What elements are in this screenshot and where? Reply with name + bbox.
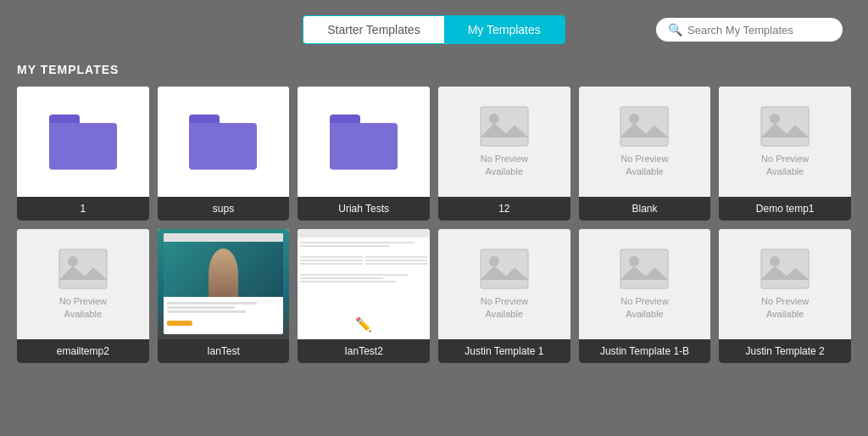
- template-card-justin1b[interactable]: No PreviewAvailable Justin Template 1-B: [579, 229, 711, 363]
- svg-rect-2: [620, 107, 668, 146]
- template-card-emailtemp2[interactable]: No PreviewAvailable emailtemp2: [17, 229, 149, 363]
- search-icon: 🔍: [668, 23, 682, 36]
- template-card-blank[interactable]: No PreviewAvailable Blank: [579, 87, 711, 221]
- template-preview-justin2: No PreviewAvailable: [719, 229, 851, 339]
- template-preview-justin1: No PreviewAvailable: [438, 229, 570, 339]
- pencil-icon: ✏️: [355, 316, 372, 333]
- template-label-justin2: Justin Template 2: [719, 339, 851, 363]
- template-label-uriah: Uriah Tests: [298, 197, 430, 221]
- no-preview-icon-justin1b: [619, 248, 670, 290]
- no-preview-text-justin1: No PreviewAvailable: [481, 295, 528, 321]
- tab-my-templates[interactable]: My Templates: [444, 16, 565, 43]
- svg-rect-8: [481, 249, 528, 288]
- folder-icon-1: [49, 115, 117, 170]
- top-bar: Starter Templates My Templates 🔍: [13, 8, 855, 56]
- folder-icon-sups: [189, 115, 257, 170]
- folder-icon-uriah: [330, 115, 398, 170]
- svg-point-11: [629, 256, 639, 266]
- template-label-iantest2: IanTest2: [298, 339, 430, 363]
- template-preview-12: No PreviewAvailable: [438, 87, 570, 197]
- templates-grid-row1: 1 sups Uriah Tests No PreviewAvaila: [13, 87, 855, 221]
- no-preview-text-justin2: No PreviewAvailable: [761, 295, 809, 321]
- section-title: MY TEMPLATES: [17, 63, 855, 76]
- template-preview-justin1b: No PreviewAvailable: [579, 229, 711, 339]
- template-preview-uriah: [298, 87, 430, 197]
- no-preview-icon-blank: [619, 105, 670, 148]
- template-label-emailtemp2: emailtemp2: [17, 339, 149, 363]
- template-preview-blank: No PreviewAvailable: [579, 87, 711, 197]
- template-preview-1: [17, 87, 149, 197]
- no-preview-text-demotemp1: No PreviewAvailable: [761, 153, 809, 179]
- no-preview-icon-justin2: [760, 248, 810, 290]
- template-card-demotemp1[interactable]: No PreviewAvailable Demo temp1: [719, 87, 851, 221]
- iantest2-preview-image: ✏️: [298, 229, 430, 339]
- tab-group: Starter Templates My Templates: [303, 15, 565, 44]
- template-card-justin2[interactable]: No PreviewAvailable Justin Template 2: [719, 229, 851, 363]
- template-label-12: 12: [438, 197, 570, 221]
- template-label-demotemp1: Demo temp1: [719, 197, 851, 221]
- template-card-justin1[interactable]: No PreviewAvailable Justin Template 1: [438, 229, 570, 363]
- template-card-uriah[interactable]: Uriah Tests: [298, 87, 430, 221]
- search-input[interactable]: [687, 24, 831, 36]
- svg-point-9: [489, 256, 499, 266]
- template-label-iantest: IanTest: [158, 339, 290, 363]
- svg-point-5: [770, 114, 780, 124]
- no-preview-icon-emailtemp2: [58, 248, 108, 290]
- tab-starter[interactable]: Starter Templates: [303, 16, 443, 43]
- no-preview-icon-demotemp1: [760, 105, 810, 148]
- template-card-iantest[interactable]: IanTest: [158, 229, 290, 363]
- svg-point-13: [770, 256, 780, 266]
- ian-preview-image: [158, 229, 290, 339]
- template-preview-iantest: [158, 229, 290, 339]
- template-preview-sups: [158, 87, 290, 197]
- no-preview-icon-justin1: [479, 248, 530, 290]
- template-card-1[interactable]: 1: [17, 87, 149, 221]
- no-preview-text-justin1b: No PreviewAvailable: [620, 295, 668, 321]
- svg-rect-4: [761, 107, 809, 146]
- template-preview-iantest2: ✏️: [298, 229, 430, 339]
- template-label-justin1: Justin Template 1: [438, 339, 570, 363]
- template-label-sups: sups: [158, 197, 290, 221]
- no-preview-text-blank: No PreviewAvailable: [620, 153, 668, 179]
- no-preview-text-emailtemp2: No PreviewAvailable: [59, 295, 107, 321]
- svg-rect-12: [761, 249, 809, 288]
- template-label-1: 1: [17, 197, 149, 221]
- svg-rect-10: [620, 249, 668, 288]
- svg-point-1: [489, 114, 499, 124]
- no-preview-icon-12: [479, 105, 530, 148]
- templates-grid-row2: No PreviewAvailable emailtemp2: [13, 229, 855, 363]
- template-card-iantest2[interactable]: ✏️ IanTest2: [298, 229, 430, 363]
- template-preview-emailtemp2: No PreviewAvailable: [17, 229, 149, 339]
- search-box: 🔍: [656, 18, 843, 42]
- svg-rect-0: [481, 107, 528, 146]
- template-label-justin1b: Justin Template 1-B: [579, 339, 711, 363]
- svg-point-3: [629, 114, 639, 124]
- template-label-blank: Blank: [579, 197, 711, 221]
- template-card-12[interactable]: No PreviewAvailable 12: [438, 87, 570, 221]
- template-card-sups[interactable]: sups: [158, 87, 290, 221]
- template-preview-demotemp1: No PreviewAvailable: [719, 87, 851, 197]
- no-preview-text-12: No PreviewAvailable: [481, 153, 528, 179]
- svg-rect-6: [59, 249, 107, 288]
- svg-point-7: [68, 256, 78, 266]
